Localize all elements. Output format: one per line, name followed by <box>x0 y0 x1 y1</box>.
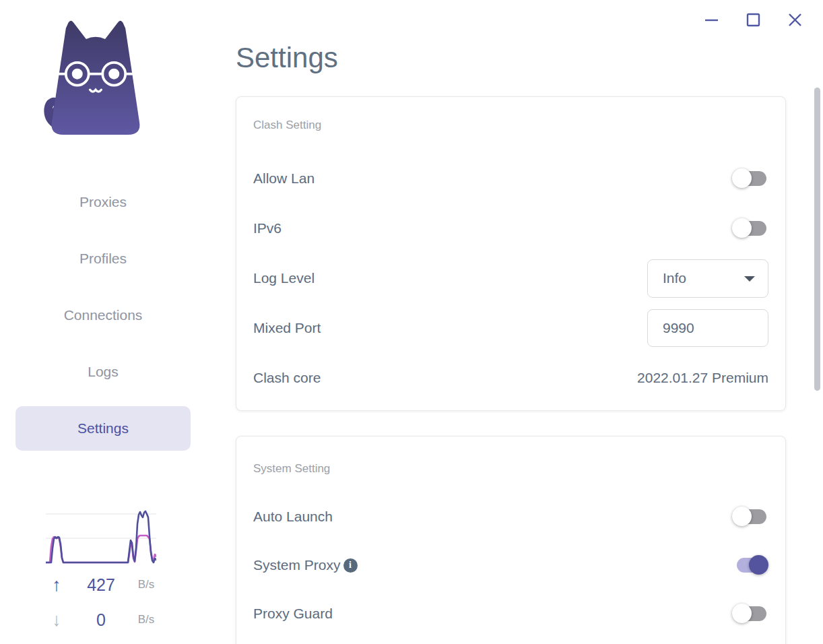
page-title: Settings <box>236 0 786 75</box>
allow-lan-label: Allow Lan <box>253 170 315 187</box>
clash-cat-logo <box>32 16 159 147</box>
close-button[interactable] <box>787 12 803 28</box>
log-level-label: Log Level <box>253 270 315 286</box>
log-level-row: Log Level Info <box>253 253 768 303</box>
sidebar: Proxies Profiles Connections Logs Settin… <box>0 0 206 644</box>
arrow-down-icon: ↓ <box>42 611 71 629</box>
auto-launch-toggle[interactable] <box>732 507 768 527</box>
nav-label: Profiles <box>79 251 127 267</box>
system-setting-card: System Setting Auto Launch System Proxy … <box>236 436 786 644</box>
traffic-sparkline <box>46 509 156 565</box>
auto-launch-label: Auto Launch <box>253 509 333 525</box>
auto-launch-row: Auto Launch <box>253 492 768 541</box>
toggle-thumb <box>749 555 768 575</box>
info-icon[interactable]: i <box>343 558 358 573</box>
proxy-guard-label: Proxy Guard <box>253 606 333 622</box>
download-speed: 0 <box>71 610 131 630</box>
log-level-select[interactable]: Info <box>647 259 768 298</box>
proxy-guard-toggle[interactable] <box>732 604 768 624</box>
traffic-widget: ↑ 427 B/s ↓ 0 B/s <box>42 509 162 635</box>
upload-row: ↑ 427 B/s <box>42 570 162 600</box>
system-proxy-row: System Proxy i <box>253 541 768 589</box>
mixed-port-label: Mixed Port <box>253 320 321 336</box>
system-proxy-toggle[interactable] <box>732 555 768 575</box>
minimize-button[interactable] <box>704 12 719 28</box>
sidebar-item-logs[interactable]: Logs <box>15 350 191 394</box>
allow-lan-toggle[interactable] <box>732 168 768 189</box>
proxy-guard-row: Proxy Guard <box>253 589 768 638</box>
minimize-icon <box>704 12 719 28</box>
sidebar-item-profiles[interactable]: Profiles <box>15 236 191 281</box>
mixed-port-row: Mixed Port <box>253 303 768 353</box>
log-level-value: Info <box>663 270 686 286</box>
cat-mouth <box>90 90 102 92</box>
chevron-down-icon <box>744 276 755 282</box>
nav-label: Connections <box>64 307 143 323</box>
sidebar-item-proxies[interactable]: Proxies <box>15 180 191 224</box>
download-unit: B/s <box>131 613 162 626</box>
arrow-up-icon: ↑ <box>42 576 71 594</box>
nav-label: Settings <box>77 420 129 437</box>
clash-core-version: 2022.01.27 Premium <box>637 370 768 386</box>
scrollbar[interactable] <box>814 88 820 391</box>
card-header: System Setting <box>253 461 768 477</box>
sidebar-item-settings[interactable]: Settings <box>15 406 191 451</box>
upload-speed: 427 <box>71 575 131 595</box>
upload-unit: B/s <box>131 578 162 591</box>
toggle-thumb <box>732 604 752 623</box>
toggle-thumb <box>732 507 752 526</box>
cat-body <box>52 21 140 135</box>
toggle-thumb <box>732 168 752 188</box>
sidebar-nav: Proxies Profiles Connections Logs Settin… <box>15 180 191 463</box>
main-content: Settings Clash Setting Allow Lan IPv6 Lo… <box>236 0 786 644</box>
allow-lan-row: Allow Lan <box>253 154 768 203</box>
ipv6-label: IPv6 <box>253 220 282 236</box>
clash-setting-card: Clash Setting Allow Lan IPv6 Log Level I… <box>236 96 786 411</box>
system-proxy-label: System Proxy i <box>253 557 358 573</box>
card-header: Clash Setting <box>253 117 768 133</box>
maximize-button[interactable] <box>746 12 761 28</box>
clash-settings-window: Proxies Profiles Connections Logs Settin… <box>0 0 823 644</box>
mixed-port-input[interactable] <box>647 309 768 347</box>
download-row: ↓ 0 B/s <box>42 605 162 635</box>
clash-core-label: Clash core <box>253 370 321 386</box>
clash-core-row: Clash core 2022.01.27 Premium <box>253 353 768 403</box>
nav-label: Proxies <box>79 194 127 210</box>
sidebar-item-connections[interactable]: Connections <box>15 293 191 337</box>
ipv6-row: IPv6 <box>253 203 768 253</box>
window-controls <box>704 12 803 28</box>
close-icon <box>787 12 803 28</box>
ipv6-toggle[interactable] <box>732 218 768 238</box>
nav-label: Logs <box>88 364 119 380</box>
toggle-thumb <box>732 218 752 238</box>
maximize-icon <box>746 12 761 28</box>
